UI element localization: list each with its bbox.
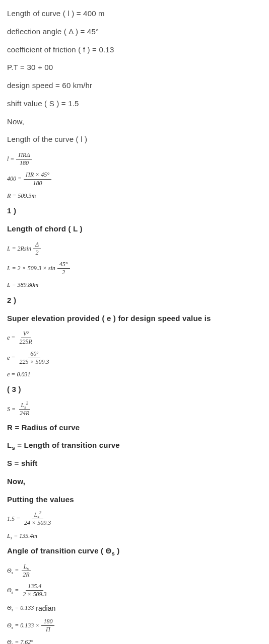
numerator: 45°: [57, 261, 70, 269]
given-line: Now,: [7, 116, 262, 127]
denominator: 2R: [21, 571, 31, 578]
given-line: design speed = 60 km/hr: [7, 80, 262, 91]
now-label: Now,: [7, 476, 262, 487]
numerator: Ls2: [32, 512, 43, 519]
denominator: 180: [18, 159, 31, 167]
eq-lhs: l =: [7, 155, 14, 164]
theta-title: Angle of transition curve ( Θs ): [7, 545, 262, 556]
fraction: Ls2 24 × 509.3: [22, 512, 53, 526]
given-line: shift value ( S ) = 1.5: [7, 98, 262, 109]
section-1: 1 ): [7, 205, 262, 216]
putting-values: Putting the values: [7, 494, 262, 505]
eq-lhs: L = 2Rsin: [7, 245, 31, 253]
denominator: 24 × 509.3: [22, 519, 53, 526]
numerator: 180: [41, 618, 54, 626]
equation-theta-result: Θs = 7.62°: [7, 638, 262, 644]
denominator: 225 × 509.3: [17, 358, 51, 365]
fraction: Δ 2: [33, 242, 41, 256]
radian-label: radian: [36, 603, 55, 613]
given-line: P.T = 30 + 00: [7, 62, 262, 73]
numerator: ΠRΔ: [16, 152, 32, 159]
equation-Ls-result: Ls = 135.4m: [7, 532, 262, 540]
denominator: 2: [60, 269, 67, 276]
eq-lhs: e =: [7, 334, 15, 342]
definition-R: R = Radius of curve: [7, 422, 262, 433]
eq-text: Θs = 0.133: [7, 604, 34, 612]
fraction: Ls 2R: [21, 564, 31, 578]
fraction: Ls2 24R: [18, 402, 31, 417]
eq-lhs: Θs =: [7, 567, 19, 575]
fraction: 180 Π: [41, 618, 54, 633]
fraction: V² 225R: [17, 331, 34, 345]
equation-L-result: L = 389.80m: [7, 281, 262, 289]
numerator: Δ: [33, 242, 41, 249]
denominator: Π: [44, 626, 52, 633]
equation-S-formula: S = Ls2 24R: [7, 402, 262, 417]
fraction: ΠR × 45° 180: [24, 172, 51, 186]
numerator: V²: [21, 331, 31, 338]
equation-e-calc: e = 60² 225 × 509.3: [7, 351, 262, 365]
equation-L-calc: L = 2 × 509.3 × sin 45° 2: [7, 261, 262, 276]
equation-theta-convert: Θs = 0.133 × 180 Π: [7, 618, 262, 633]
denominator: 24R: [18, 410, 31, 417]
equation-l-calc: 400 = ΠR × 45° 180: [7, 172, 262, 186]
eq-lhs: L = 2 × 509.3 × sin: [7, 264, 55, 273]
equation-theta-calc: Θs = 135.4 2 × 509.3: [7, 583, 262, 598]
given-line: coefficient of friction ( f ) = 0.13: [7, 44, 262, 55]
equation-L-formula: L = 2Rsin Δ 2: [7, 242, 262, 256]
denominator: 2 × 509.3: [21, 591, 48, 598]
eq-lhs: 400 =: [7, 175, 22, 183]
section-2: 2 ): [7, 295, 262, 306]
eq-text: e = 0.031: [7, 370, 30, 379]
numerator: 135.4: [26, 583, 43, 591]
eq-lhs: Θs = 0.133 ×: [7, 621, 39, 630]
eq-lhs: Θs =: [7, 586, 19, 595]
denominator: 180: [31, 180, 44, 187]
given-line: deflection angle ( Δ ) = 45°: [7, 26, 262, 37]
eq-lhs: e =: [7, 354, 15, 362]
eq-text: R = 509.3m: [7, 192, 36, 200]
given-line: Length of the curve ( l ): [7, 134, 262, 145]
definition-Ls: Ls = Length of transition curve: [7, 440, 262, 451]
denominator: 225R: [17, 338, 34, 345]
section-2-title: Super elevation provided ( e ) for desig…: [7, 313, 262, 324]
numerator: Ls: [22, 564, 31, 571]
given-line: Length of curve ( l ) = 400 m: [7, 8, 262, 19]
eq-text: Ls = 135.4m: [7, 532, 37, 540]
equation-e-formula: e = V² 225R: [7, 331, 262, 345]
equation-l-formula: l = ΠRΔ 180: [7, 152, 262, 167]
equation-theta-formula: Θs = Ls 2R: [7, 564, 262, 578]
fraction: ΠRΔ 180: [16, 152, 32, 167]
section-3: ( 3 ): [7, 384, 262, 395]
equation-theta-radian: Θs = 0.133 radian: [7, 603, 262, 613]
equation-R-result: R = 509.3m: [7, 192, 262, 200]
eq-lhs: 1.5 =: [7, 515, 20, 523]
definition-S: S = shift: [7, 458, 262, 469]
fraction: 135.4 2 × 509.3: [21, 583, 48, 598]
equation-S-calc: 1.5 = Ls2 24 × 509.3: [7, 512, 262, 526]
fraction: 60² 225 × 509.3: [17, 351, 51, 365]
eq-lhs: S =: [7, 405, 16, 414]
section-1-title: Length of chord ( L ): [7, 223, 262, 234]
equation-e-result: e = 0.031: [7, 370, 262, 379]
eq-text: Θs = 7.62°: [7, 638, 33, 644]
fraction: 45° 2: [57, 261, 70, 276]
denominator: 2: [33, 249, 40, 256]
numerator: 60²: [28, 351, 40, 358]
eq-text: L = 389.80m: [7, 281, 38, 289]
numerator: ΠR × 45°: [24, 172, 51, 179]
numerator: Ls2: [19, 402, 30, 410]
